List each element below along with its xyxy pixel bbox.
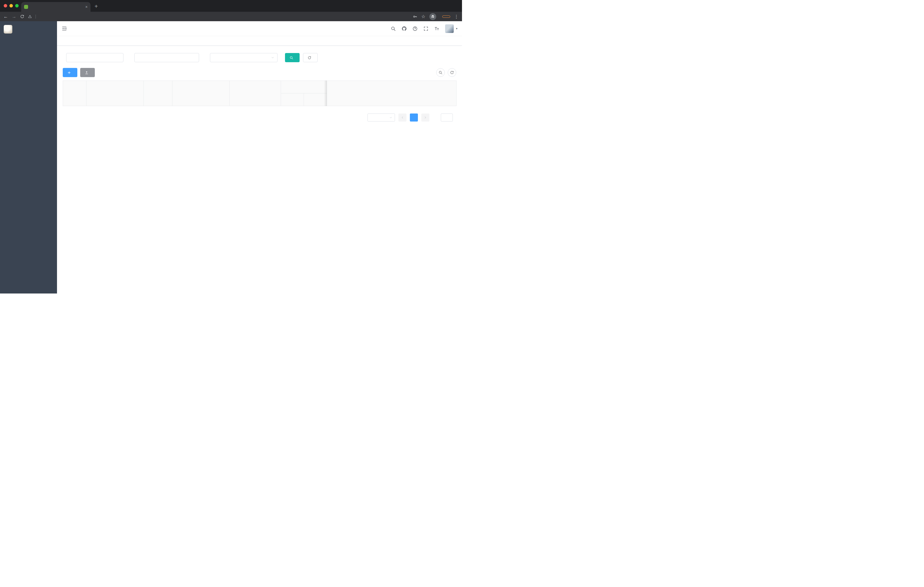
filter-form <box>63 53 456 62</box>
main-area: ▾ <box>57 21 462 293</box>
pagination <box>63 114 456 122</box>
browser-tab[interactable]: × <box>21 2 91 12</box>
new-tab-button[interactable]: + <box>94 3 98 10</box>
navbar: ▾ <box>57 21 462 36</box>
filter-field-category <box>206 53 277 62</box>
update-button[interactable] <box>442 15 450 18</box>
close-window-button[interactable] <box>4 4 7 7</box>
import-process-button[interactable] <box>80 68 95 77</box>
column-header-process-id <box>63 81 86 106</box>
current-page[interactable] <box>410 114 418 122</box>
reset-button[interactable] <box>303 53 318 62</box>
browser-window: × + ← → ☆ ⋮ <box>0 0 462 293</box>
chevron-down-icon <box>389 116 393 119</box>
filter-field-process-id <box>63 53 124 62</box>
browser-toolbar: ← → ☆ ⋮ <box>0 12 462 21</box>
refresh-table-button[interactable] <box>448 68 456 77</box>
user-avatar[interactable] <box>445 24 454 33</box>
github-icon[interactable] <box>402 26 407 31</box>
column-header-process-name <box>86 81 144 106</box>
hamburger-icon[interactable] <box>61 26 67 31</box>
minimize-window-button[interactable] <box>10 4 13 7</box>
tags-view <box>57 36 462 46</box>
column-header-created-time <box>230 81 281 106</box>
column-group-latest-deployment <box>281 81 327 93</box>
upload-icon <box>85 71 89 74</box>
reload-icon[interactable] <box>20 14 24 19</box>
bookmark-star-icon[interactable]: ☆ <box>421 14 425 19</box>
window-controls <box>4 4 19 7</box>
incognito-avatar <box>429 13 436 20</box>
logo-image <box>4 25 12 33</box>
prev-page-button[interactable] <box>398 114 406 122</box>
page-size-select[interactable] <box>368 114 395 122</box>
search-button[interactable] <box>285 53 300 62</box>
search-icon <box>439 71 442 74</box>
chevron-right-icon <box>424 116 427 119</box>
browser-menu-icon[interactable]: ⋮ <box>454 14 459 19</box>
plus-icon <box>67 71 71 74</box>
navbar-actions: ▾ <box>391 24 457 33</box>
column-header-form-info <box>172 81 230 106</box>
close-icon[interactable]: × <box>85 5 87 9</box>
process-id-input[interactable] <box>66 53 124 62</box>
filter-field-process-name <box>131 53 199 62</box>
column-header-category <box>144 81 172 106</box>
browser-tab-strip: × + <box>0 0 462 12</box>
create-process-button[interactable] <box>63 68 78 77</box>
forward-icon[interactable]: → <box>12 14 16 19</box>
sidebar <box>0 21 57 293</box>
back-icon[interactable]: ← <box>3 14 8 19</box>
process-name-input[interactable] <box>134 53 199 62</box>
goto-page-input[interactable] <box>441 114 453 122</box>
toolbar-right: ☆ ⋮ <box>413 13 459 20</box>
page-content <box>57 46 462 293</box>
process-model-table <box>63 81 457 106</box>
search-icon[interactable] <box>391 26 396 31</box>
category-select[interactable] <box>210 53 277 62</box>
app-frame: ▾ <box>0 21 462 293</box>
toggle-search-button[interactable] <box>436 68 445 77</box>
tab-favicon-icon <box>24 5 28 9</box>
table-wrap <box>63 81 456 106</box>
refresh-icon <box>450 71 454 74</box>
search-icon <box>290 56 293 60</box>
app-logo[interactable] <box>0 21 57 37</box>
fullscreen-icon[interactable] <box>423 26 429 31</box>
incognito-badge <box>429 13 438 20</box>
next-page-button[interactable] <box>421 114 429 122</box>
maximize-window-button[interactable] <box>15 4 19 7</box>
caret-down-icon: ▾ <box>456 27 457 30</box>
chevron-down-icon <box>271 56 274 60</box>
table-toolbar <box>63 68 456 77</box>
column-header-active-status <box>304 93 327 106</box>
font-size-icon[interactable] <box>434 26 439 31</box>
address-bar[interactable] <box>28 15 409 19</box>
help-icon[interactable] <box>412 26 417 31</box>
incognito-icon <box>431 15 435 19</box>
refresh-icon <box>308 56 311 60</box>
column-header-process-version <box>281 93 304 106</box>
password-key-icon[interactable] <box>413 14 417 19</box>
warning-icon <box>28 15 32 18</box>
site-security-chip[interactable] <box>28 15 33 18</box>
column-header-actions <box>327 81 457 106</box>
table-tools <box>436 68 456 77</box>
chevron-left-icon <box>401 116 404 119</box>
